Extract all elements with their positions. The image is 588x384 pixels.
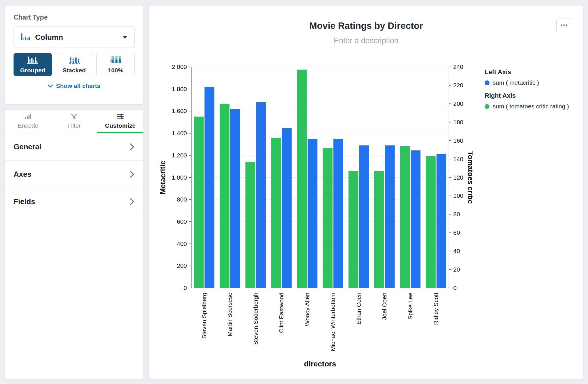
customize-panel: Encode Filter Customize General <box>5 110 144 379</box>
bar-right[interactable] <box>348 171 358 288</box>
section-general[interactable]: General <box>5 133 143 161</box>
section-axes[interactable]: Axes <box>5 161 143 188</box>
bar-left[interactable] <box>411 150 420 288</box>
subtype-grouped-button[interactable]: Grouped <box>14 53 52 76</box>
svg-text:120: 120 <box>453 174 463 181</box>
chevron-down-icon <box>122 36 128 39</box>
svg-text:Clint Eastwood: Clint Eastwood <box>278 293 284 333</box>
legend-right-dot <box>485 104 490 109</box>
percent-bars-icon <box>110 55 122 65</box>
chart-title[interactable]: Movie Ratings by Director <box>149 20 583 31</box>
subtype-100-label: 100% <box>108 67 124 74</box>
legend-right-label: sum ( tomatoes critic rating ) <box>493 103 569 110</box>
subtype-grouped-label: Grouped <box>20 67 45 74</box>
svg-text:200: 200 <box>453 100 463 107</box>
svg-text:Spike Lee: Spike Lee <box>407 293 414 319</box>
bar-right[interactable] <box>323 148 333 288</box>
svg-text:100: 100 <box>453 192 463 199</box>
svg-text:220: 220 <box>453 82 463 89</box>
svg-text:140: 140 <box>453 156 463 162</box>
bars-icon <box>24 114 31 121</box>
legend-item-tomatoes: sum ( tomatoes critic rating ) <box>485 103 581 110</box>
bar-left[interactable] <box>359 145 369 288</box>
bar-right[interactable] <box>297 70 307 288</box>
bar-left[interactable] <box>333 139 343 288</box>
svg-text:2,000: 2,000 <box>172 63 187 70</box>
section-fields-label: Fields <box>14 197 35 206</box>
svg-text:1,000: 1,000 <box>172 174 187 181</box>
subtype-100-button[interactable]: 100% <box>96 53 135 76</box>
svg-text:Joel Coen: Joel Coen <box>381 293 388 320</box>
svg-text:180: 180 <box>453 119 463 125</box>
show-all-charts-label: Show all charts <box>56 82 100 89</box>
section-general-label: General <box>14 142 41 151</box>
svg-text:0: 0 <box>453 285 457 291</box>
bar-right[interactable] <box>220 104 229 288</box>
chart-description-placeholder[interactable]: Enter a description <box>149 36 583 45</box>
svg-text:Steven Spielberg: Steven Spielberg <box>201 293 207 339</box>
sliders-icon <box>117 114 124 121</box>
bar-left[interactable] <box>230 109 240 288</box>
bar-left[interactable] <box>308 139 317 288</box>
bar-right[interactable] <box>245 162 255 288</box>
section-axes-label: Axes <box>14 170 31 179</box>
bar-left[interactable] <box>256 102 266 288</box>
stacked-bars-icon <box>69 55 80 65</box>
svg-text:200: 200 <box>177 262 187 269</box>
bar-right[interactable] <box>400 146 410 288</box>
tab-filter[interactable]: Filter <box>51 110 97 133</box>
bar-right[interactable] <box>271 138 281 288</box>
show-all-charts-link[interactable]: Show all charts <box>14 82 135 89</box>
bar-left[interactable] <box>385 145 395 288</box>
svg-text:Steven Soderbergh: Steven Soderbergh <box>252 293 259 345</box>
subtype-stacked-button[interactable]: Stacked <box>55 53 93 76</box>
svg-text:600: 600 <box>177 218 187 225</box>
bar-right[interactable] <box>426 156 436 288</box>
chevron-down-icon <box>48 82 53 89</box>
subtype-stacked-label: Stacked <box>62 67 86 74</box>
legend-left-dot <box>485 80 490 85</box>
panel-tabs: Encode Filter Customize <box>5 110 143 133</box>
svg-text:800: 800 <box>177 196 187 203</box>
tab-customize[interactable]: Customize <box>97 110 143 133</box>
svg-text:400: 400 <box>177 240 187 247</box>
funnel-icon <box>71 114 77 121</box>
section-fields[interactable]: Fields <box>5 188 143 215</box>
chart-menu-button[interactable]: ... <box>556 18 572 33</box>
legend-left-axis-heading: Left Axis <box>485 68 581 76</box>
column-chart-icon <box>21 32 30 42</box>
chart-type-dropdown[interactable]: Column <box>14 27 135 48</box>
legend-left-label: sum ( metacritic ) <box>493 79 539 86</box>
chevron-right-icon <box>127 143 134 150</box>
chevron-right-icon <box>127 198 134 205</box>
svg-text:1,600: 1,600 <box>172 108 187 114</box>
svg-text:Martin Scorsese: Martin Scorsese <box>226 293 233 336</box>
svg-text:60: 60 <box>453 229 460 236</box>
svg-text:Woody Allen: Woody Allen <box>304 293 310 326</box>
chart-type-value: Column <box>35 33 63 42</box>
legend-right-axis-heading: Right Axis <box>485 92 581 99</box>
chart-plot[interactable]: 02004006008001,0001,2001,4001,6001,8002,… <box>157 63 473 376</box>
svg-text:20: 20 <box>453 266 460 273</box>
svg-text:Metacritic: Metacritic <box>159 161 167 194</box>
bar-left[interactable] <box>282 128 292 288</box>
svg-text:1,400: 1,400 <box>172 130 187 136</box>
bar-left[interactable] <box>204 87 214 288</box>
svg-text:80: 80 <box>453 211 460 217</box>
grouped-bars-icon <box>27 55 38 65</box>
chart-type-heading: Chart Type <box>14 14 135 21</box>
svg-text:0: 0 <box>183 285 187 291</box>
bar-left[interactable] <box>437 154 446 288</box>
legend-item-metacritic: sum ( metacritic ) <box>485 79 581 86</box>
chart-subtype-group: Grouped Stacked <box>14 53 135 76</box>
chart-panel: Movie Ratings by Director Enter a descri… <box>149 5 583 379</box>
svg-text:240: 240 <box>453 63 463 70</box>
tab-encode[interactable]: Encode <box>5 110 51 133</box>
bar-right[interactable] <box>194 117 204 288</box>
chart-type-panel: Chart Type Column <box>5 5 144 104</box>
chart-legend: Left Axis sum ( metacritic ) Right Axis … <box>485 68 581 116</box>
tab-encode-label: Encode <box>18 122 38 129</box>
svg-text:40: 40 <box>453 248 460 254</box>
bar-right[interactable] <box>374 171 384 288</box>
chevron-right-icon <box>127 171 134 178</box>
